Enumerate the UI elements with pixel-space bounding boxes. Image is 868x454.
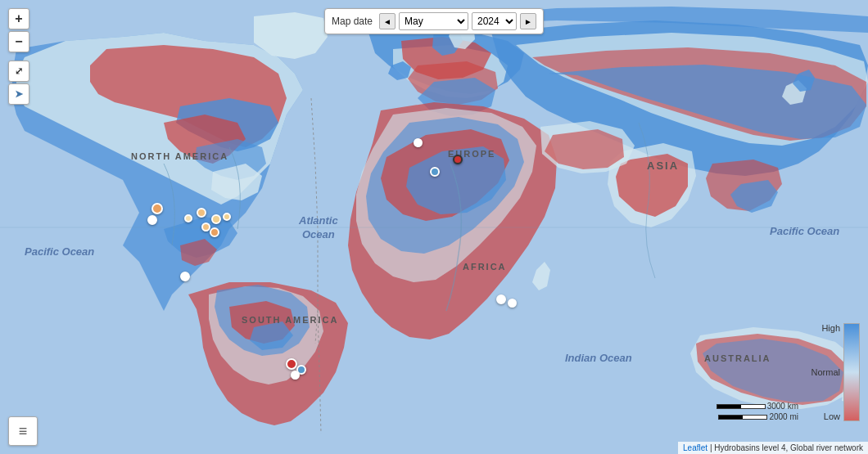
prev-month-button[interactable]: ◄ [379,13,396,29]
marker-na-2[interactable] [197,208,206,218]
marker-eu-1[interactable] [453,155,463,164]
marker-na-3[interactable] [211,214,221,224]
next-month-button[interactable]: ► [520,13,536,29]
zoom-in-button[interactable]: + [8,8,29,29]
marker-sa-3[interactable] [291,371,300,380]
scale-mi-label: 2000 mi [769,412,798,421]
map-container: Pacific Ocean AtlanticOcean Pacific Ocea… [0,0,868,454]
layers-icon: ≡ [19,423,28,440]
attribution-bar: Leaflet | Hydrobasins level 4, Global ri… [678,442,868,454]
legend-low-label: Low [811,411,840,421]
legend-high-label: High [811,323,840,333]
zoom-fit-button[interactable]: ⤢ [8,61,29,82]
marker-eu-2[interactable] [430,167,440,177]
marker-sa-1[interactable] [286,358,297,370]
marker-af-1[interactable] [496,294,506,304]
legend-bar [843,323,860,421]
marker-eu-3[interactable] [414,138,423,147]
marker-na-9[interactable] [180,272,190,281]
zoom-controls: + − ⤢ ➤ [8,8,29,105]
marker-na-4[interactable] [223,213,231,221]
attribution-text: | Hydrobasins level 4, Global river netw… [710,443,863,452]
scale-bar: 3000 km 2000 mi [717,402,798,421]
marker-na-6[interactable] [210,227,219,237]
year-select[interactable]: 2020 2021 2022 2023 2024 [472,12,517,30]
scale-km-label: 3000 km [767,402,798,411]
map-background [0,0,868,454]
marker-af-2[interactable] [508,299,517,308]
legend: High Normal Low [811,323,860,421]
marker-na-7[interactable] [184,214,192,223]
marker-na-1[interactable] [151,203,163,214]
month-select[interactable]: January February March April May June Ju… [399,12,468,30]
legend-normal-label: Normal [811,367,840,377]
map-date-label: Map date [332,16,373,27]
compass-button[interactable]: ➤ [8,83,29,105]
zoom-out-button[interactable]: − [8,31,29,52]
date-controls: Map date ◄ January February March April … [324,8,544,34]
layers-button[interactable]: ≡ [8,416,38,446]
leaflet-link[interactable]: Leaflet [683,443,708,452]
marker-na-8[interactable] [147,215,157,225]
